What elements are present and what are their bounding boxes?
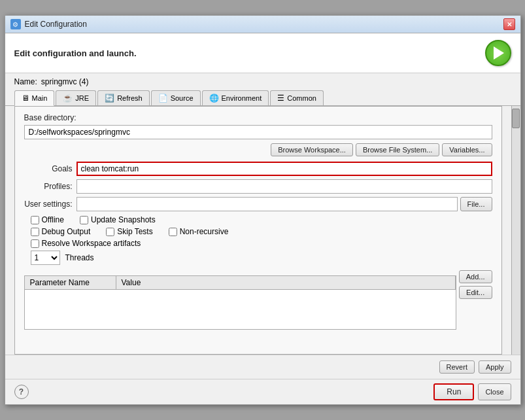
header-title: Edit configuration and launch. xyxy=(14,48,137,58)
content-area: Base directory: Browse Workspace... Brow… xyxy=(14,106,502,355)
goals-row: Goals xyxy=(24,162,492,176)
tab-main-label: Main xyxy=(32,94,48,102)
debug-output-label: Debug Output xyxy=(42,227,91,236)
scrollbar-thumb[interactable] xyxy=(512,109,520,128)
non-recursive-checkbox-item: Non-recursive xyxy=(169,227,229,236)
variables-button[interactable]: Variables... xyxy=(442,143,492,156)
main-tab-icon: 🖥 xyxy=(22,94,29,103)
close-button[interactable]: Close xyxy=(478,383,511,400)
user-settings-label: User settings: xyxy=(24,200,76,209)
tab-common[interactable]: ☰ Common xyxy=(270,90,324,105)
source-tab-icon: 📄 xyxy=(158,94,168,103)
goals-input[interactable] xyxy=(76,162,492,176)
offline-label: Offline xyxy=(42,215,64,224)
content-main: Base directory: Browse Workspace... Brow… xyxy=(5,106,511,355)
file-button[interactable]: File... xyxy=(460,197,492,211)
bottom-area: Revert Apply xyxy=(5,355,520,379)
tabs-bar: 🖥 Main ☕ JRE 🔄 Refresh 📄 Source 🌐 Enviro… xyxy=(5,90,520,106)
goals-label: Goals xyxy=(24,164,76,173)
tab-jre-label: JRE xyxy=(75,94,89,102)
checkbox-row-2: Debug Output Skip Tests Non-recursive xyxy=(31,227,492,236)
common-tab-icon: ☰ xyxy=(277,94,284,103)
main-window: ⚙ Edit Configuration ✕ Edit configuratio… xyxy=(5,15,521,405)
table-header: Parameter Name Value xyxy=(25,276,456,290)
offline-checkbox-item: Offline xyxy=(31,215,64,224)
window-icon: ⚙ xyxy=(10,19,21,29)
name-label: Name: xyxy=(14,77,37,86)
name-value: springmvc (4) xyxy=(41,77,89,86)
tab-common-label: Common xyxy=(287,94,316,102)
tab-environment-label: Environment xyxy=(222,94,262,102)
tab-source[interactable]: 📄 Source xyxy=(151,90,201,105)
scrollbar[interactable] xyxy=(511,106,520,355)
threads-label: Threads xyxy=(65,253,94,262)
debug-output-checkbox[interactable] xyxy=(31,228,39,236)
tab-source-label: Source xyxy=(171,94,194,102)
table-col-value: Value xyxy=(116,276,456,289)
base-directory-label: Base directory: xyxy=(24,113,492,122)
titlebar: ⚙ Edit Configuration ✕ xyxy=(5,16,520,33)
resolve-workspace-label: Resolve Workspace artifacts xyxy=(42,239,141,248)
window-title: Edit Configuration xyxy=(25,20,87,29)
browse-workspace-button[interactable]: Browse Workspace... xyxy=(271,143,353,156)
skip-tests-checkbox-item: Skip Tests xyxy=(106,227,152,236)
profiles-row: Profiles: xyxy=(24,179,492,194)
table-body[interactable] xyxy=(25,290,456,329)
update-snapshots-label: Update Snapshots xyxy=(91,215,156,224)
checkbox-row-1: Offline Update Snapshots xyxy=(31,215,492,224)
environment-tab-icon: 🌐 xyxy=(209,94,219,103)
browse-buttons-row: Browse Workspace... Browse File System..… xyxy=(24,143,492,156)
name-row: Name: springmvc (4) xyxy=(5,73,520,90)
help-button[interactable]: ? xyxy=(14,385,29,399)
offline-checkbox[interactable] xyxy=(31,216,39,224)
table-side-buttons: Add... Edit... xyxy=(459,270,492,330)
checkboxes-section: Offline Update Snapshots Debug Output xyxy=(24,215,492,248)
parameter-table-section: Parameter Name Value Add... Edit... xyxy=(24,270,492,330)
skip-tests-checkbox[interactable] xyxy=(106,228,114,236)
non-recursive-label: Non-recursive xyxy=(180,227,229,236)
update-snapshots-checkbox-item: Update Snapshots xyxy=(80,215,156,224)
tab-jre[interactable]: ☕ JRE xyxy=(56,90,96,105)
checkbox-row-3: Resolve Workspace artifacts xyxy=(31,239,492,248)
resolve-workspace-checkbox[interactable] xyxy=(31,239,39,248)
browse-filesystem-button[interactable]: Browse File System... xyxy=(356,143,439,156)
debug-output-checkbox-item: Debug Output xyxy=(31,227,91,236)
tab-main[interactable]: 🖥 Main xyxy=(14,90,55,106)
close-window-button[interactable]: ✕ xyxy=(503,18,515,30)
table-col-param: Parameter Name xyxy=(25,276,116,289)
user-settings-group: File... xyxy=(76,197,492,211)
run-button[interactable]: Run xyxy=(433,383,474,400)
profiles-input[interactable] xyxy=(76,179,492,194)
resolve-workspace-checkbox-item: Resolve Workspace artifacts xyxy=(31,239,141,248)
profiles-label: Profiles: xyxy=(24,182,76,191)
footer-buttons: Run Close xyxy=(433,383,511,400)
base-directory-input[interactable] xyxy=(24,125,492,139)
tab-environment[interactable]: 🌐 Environment xyxy=(202,90,269,105)
refresh-tab-icon: 🔄 xyxy=(105,94,114,103)
titlebar-left: ⚙ Edit Configuration xyxy=(10,19,87,29)
parameter-table: Parameter Name Value xyxy=(24,275,456,330)
revert-button[interactable]: Revert xyxy=(439,360,475,374)
non-recursive-checkbox[interactable] xyxy=(169,228,177,236)
tab-refresh[interactable]: 🔄 Refresh xyxy=(97,90,150,105)
threads-row: 1 2 4 Threads xyxy=(24,251,492,265)
threads-select[interactable]: 1 2 4 xyxy=(31,251,60,265)
skip-tests-label: Skip Tests xyxy=(117,227,152,236)
user-settings-row: User settings: File... xyxy=(24,197,492,211)
add-button[interactable]: Add... xyxy=(459,270,492,283)
edit-button[interactable]: Edit... xyxy=(459,286,492,299)
footer-area: ? Run Close xyxy=(5,379,520,404)
header-area: Edit configuration and launch. xyxy=(5,33,520,73)
user-settings-input[interactable] xyxy=(76,197,458,211)
apply-button[interactable]: Apply xyxy=(479,360,511,374)
content-scroll-wrapper: Base directory: Browse Workspace... Brow… xyxy=(5,106,520,355)
run-icon xyxy=(485,40,511,66)
jre-tab-icon: ☕ xyxy=(63,94,73,103)
tab-refresh-label: Refresh xyxy=(117,94,143,102)
update-snapshots-checkbox[interactable] xyxy=(80,216,88,224)
